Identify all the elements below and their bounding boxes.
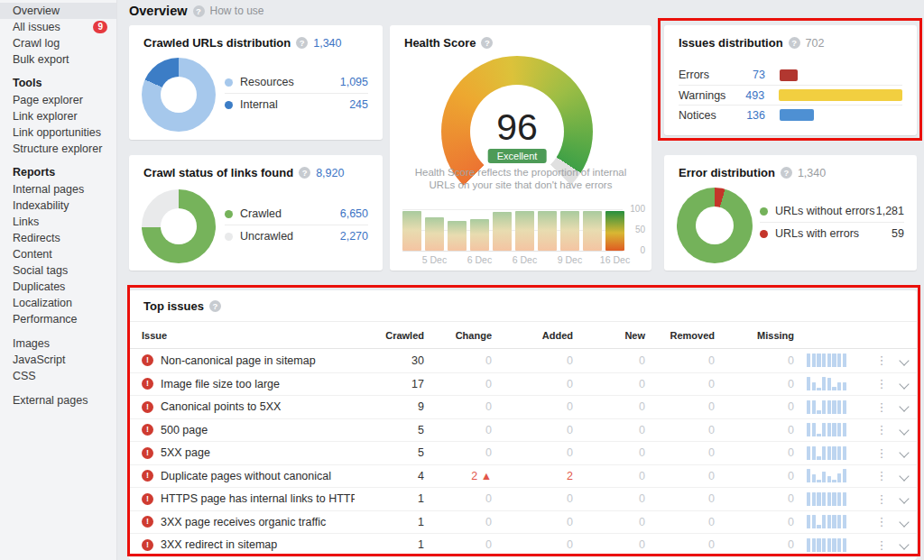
kebab-menu-icon[interactable]: ⋮ — [870, 446, 893, 460]
kebab-menu-icon[interactable]: ⋮ — [870, 353, 893, 367]
legend-label[interactable]: Crawled — [240, 207, 282, 220]
table-row[interactable]: !Missing alt text20400000⋮ — [129, 556, 917, 560]
issue-name-link[interactable]: 500 page — [161, 424, 208, 436]
issue-name-link[interactable]: Non-canonical page in sitemap — [161, 354, 316, 367]
issue-name-link[interactable]: Image file size too large — [161, 378, 280, 390]
kebab-menu-icon[interactable]: ⋮ — [870, 423, 893, 436]
sidebar-item-page-explorer[interactable]: Page explorer — [0, 92, 116, 108]
issue-cell: !3XX redirect in sitemap — [142, 538, 355, 551]
kebab-menu-icon[interactable]: ⋮ — [870, 538, 893, 552]
kebab-menu-icon[interactable]: ⋮ — [870, 492, 893, 506]
how-to-use-link[interactable]: How to use — [210, 5, 264, 17]
chevron-down-icon[interactable] — [893, 467, 917, 485]
chevron-down-icon[interactable] — [893, 352, 917, 370]
chevron-down-icon[interactable] — [893, 490, 917, 508]
sidebar-item-performance[interactable]: Performance — [0, 311, 116, 327]
help-icon[interactable]: ? — [299, 167, 310, 179]
cell-change: 0 — [424, 492, 492, 505]
legend-dot — [225, 78, 233, 87]
legend-value[interactable]: 2,270 — [340, 230, 368, 243]
help-icon[interactable]: ? — [296, 37, 308, 49]
legend-label[interactable]: Uncrawled — [240, 230, 293, 243]
sidebar-item-overview[interactable]: Overview — [0, 3, 116, 19]
legend-value[interactable]: 245 — [349, 98, 368, 111]
kebab-menu-icon[interactable]: ⋮ — [870, 469, 893, 482]
table-row[interactable]: !500 page500000⋮ — [129, 418, 917, 442]
sidebar-item-javascript[interactable]: JavaScript — [0, 352, 116, 368]
health-bar — [493, 212, 512, 251]
table-row[interactable]: !Non-canonical page in sitemap3000000⋮ — [129, 349, 917, 372]
table-row[interactable]: !Image file size too large1700000⋮ — [129, 372, 917, 396]
sidebar-item-indexability[interactable]: Indexability — [0, 197, 116, 214]
sidebar-item-images[interactable]: Images — [0, 335, 116, 352]
kebab-menu-icon[interactable]: ⋮ — [870, 377, 893, 390]
sidebar-item-bulk-export[interactable]: Bulk export — [0, 51, 116, 68]
chevron-down-icon[interactable] — [893, 398, 917, 416]
help-icon[interactable]: ? — [789, 37, 800, 49]
table-row[interactable]: !Duplicate pages without canonical42 ▲20… — [129, 464, 917, 488]
legend-label[interactable]: URLs without errors — [775, 205, 874, 217]
kebab-menu-icon[interactable]: ⋮ — [870, 515, 893, 528]
issues-row-count[interactable]: 73 — [731, 69, 765, 81]
legend-label[interactable]: Internal — [240, 98, 278, 111]
issues-row-count[interactable]: 493 — [731, 89, 765, 102]
error-icon: ! — [142, 401, 153, 413]
help-icon[interactable]: ? — [781, 167, 792, 179]
sidebar-item-crawl-log[interactable]: Crawl log — [0, 35, 116, 51]
sidebar-item-redirects[interactable]: Redirects — [0, 230, 116, 246]
sidebar-item-all-issues[interactable]: All issues9 — [0, 19, 116, 35]
issue-name-link[interactable]: 3XX redirect in sitemap — [161, 538, 277, 551]
sidebar-item-links[interactable]: Links — [0, 214, 116, 230]
help-icon[interactable]: ? — [193, 5, 205, 17]
health-trend-chart: 5 Dec6 Dec6 Dec9 Dec16 Dec — [402, 209, 623, 251]
sidebar-item-link-explorer[interactable]: Link explorer — [0, 108, 116, 124]
table-row[interactable]: !3XX redirect in sitemap100000⋮ — [129, 533, 917, 556]
legend-label[interactable]: Resources — [240, 76, 294, 88]
issue-name-link[interactable]: 5XX page — [161, 446, 210, 459]
sidebar-item-localization[interactable]: Localization — [0, 295, 116, 311]
kebab-menu-icon[interactable]: ⋮ — [870, 400, 893, 414]
legend-label[interactable]: URLs with errors — [775, 227, 859, 240]
chevron-down-icon[interactable] — [893, 444, 917, 462]
chevron-down-icon[interactable] — [893, 536, 917, 554]
health-bar — [425, 217, 444, 251]
crawled-urls-total[interactable]: 1,340 — [313, 37, 341, 50]
issue-name-link[interactable]: HTTPS page has internal links to HTTP — [161, 492, 355, 505]
sidebar-section-reports: Reports — [0, 157, 116, 181]
cell-removed: 0 — [645, 516, 715, 528]
help-icon[interactable]: ? — [209, 300, 221, 312]
sidebar-item-structure-explorer[interactable]: Structure explorer — [0, 141, 116, 157]
table-row[interactable]: !5XX page500000⋮ — [129, 441, 917, 464]
table-row[interactable]: !HTTPS page has internal links to HTTP10… — [129, 487, 917, 510]
chevron-down-icon[interactable] — [893, 421, 917, 439]
health-bar — [515, 211, 534, 251]
chevron-down-icon[interactable] — [893, 375, 917, 393]
health-bar — [448, 221, 467, 251]
history-sparkline — [794, 515, 854, 528]
table-row[interactable]: !3XX page receives organic traffic100000… — [129, 510, 917, 534]
cell-missing: 0 — [715, 400, 794, 413]
issue-name-link[interactable]: Duplicate pages without canonical — [161, 470, 331, 482]
issue-name-link[interactable]: 3XX page receives organic traffic — [161, 516, 326, 528]
sidebar-item-social-tags[interactable]: Social tags — [0, 262, 116, 279]
sidebar-item-label: CSS — [13, 370, 36, 382]
sidebar-item-content[interactable]: Content — [0, 246, 116, 262]
sidebar-item-link-opportunities[interactable]: Link opportunities — [0, 124, 116, 141]
health-bar-group: 9 Dec — [560, 209, 579, 251]
issue-name-link[interactable]: Canonical points to 5XX — [161, 400, 281, 413]
sidebar-item-external-pages[interactable]: External pages — [0, 392, 116, 409]
issues-row-count[interactable]: 136 — [731, 109, 765, 122]
help-icon[interactable]: ? — [481, 37, 493, 49]
sidebar-item-duplicates[interactable]: Duplicates — [0, 279, 116, 295]
chevron-down-icon[interactable] — [893, 513, 917, 531]
sidebar-item-label: External pages — [13, 394, 88, 407]
sidebar-item-css[interactable]: CSS — [0, 368, 116, 384]
issue-cell: !Canonical points to 5XX — [142, 400, 355, 413]
table-row[interactable]: !Canonical points to 5XX900000⋮ — [129, 395, 917, 418]
legend-value[interactable]: 6,650 — [340, 207, 368, 220]
column-header-missing: Missing — [715, 330, 794, 341]
sidebar-item-internal-pages[interactable]: Internal pages — [0, 181, 116, 197]
crawl-status-total[interactable]: 8,920 — [316, 167, 344, 179]
card-top-issues: Top issues ? IssueCrawledChangeAddedNewR… — [129, 290, 917, 560]
legend-value[interactable]: 1,095 — [340, 76, 368, 88]
